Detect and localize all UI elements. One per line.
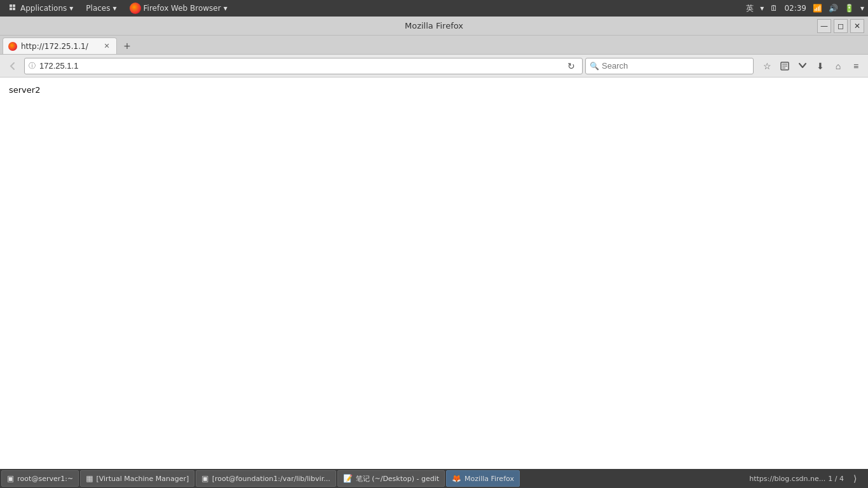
search-icon: 🔍 <box>590 62 599 71</box>
navigation-bar: ⓘ ↻ 🔍 ☆ ⬇ ⌂ <box>0 55 868 78</box>
taskbar: ▣ root@server1:~ ▦ [Virtual Machine Mana… <box>0 469 868 488</box>
restore-button[interactable]: ◻ <box>834 19 848 33</box>
gedit-icon: 📝 <box>343 474 353 483</box>
svg-rect-3 <box>13 8 15 10</box>
system-bar: Applications ▾ Places ▾ Firefox Web Brow… <box>0 0 868 17</box>
foundation-terminal-icon: ▣ <box>201 474 208 483</box>
search-input[interactable] <box>602 61 749 71</box>
svg-rect-2 <box>10 8 12 10</box>
search-bar[interactable]: 🔍 <box>585 58 754 74</box>
active-tab[interactable]: http://172.25.1.1/ ✕ <box>3 37 117 54</box>
tab-title: http://172.25.1.1/ <box>21 42 98 51</box>
places-arrow: ▾ <box>113 4 117 13</box>
taskbar-label-foundation: [root@foundation1:/var/lib/libvir... <box>212 475 330 483</box>
svg-rect-1 <box>13 4 15 7</box>
firefox-taskbar-icon: 🦊 <box>452 474 461 483</box>
taskbar-right: https://blog.csdn.ne... 1 / 4 ⟩ <box>745 470 867 487</box>
calendar-icon: 🗓 <box>770 4 778 13</box>
new-tab-button[interactable]: + <box>119 39 135 54</box>
reader-icon <box>780 61 790 71</box>
info-icon: ⓘ <box>29 61 36 71</box>
svg-rect-0 <box>10 4 12 7</box>
taskbar-item-foundation-terminal[interactable]: ▣ [root@foundation1:/var/lib/libvir... <box>196 470 336 487</box>
close-button[interactable]: ✕ <box>850 19 864 33</box>
pocket-icon <box>797 61 808 71</box>
download-button[interactable]: ⬇ <box>812 58 829 74</box>
lang-indicator[interactable]: 英 <box>746 3 754 14</box>
back-icon <box>8 62 17 71</box>
reload-button[interactable]: ↻ <box>564 59 578 73</box>
applications-arrow: ▾ <box>69 4 73 13</box>
browser-content: server2 <box>0 78 868 469</box>
browser-window: Mozilla Firefox — ◻ ✕ http://172.25.1.1/… <box>0 17 868 469</box>
address-input[interactable] <box>39 61 560 71</box>
tab-close-button[interactable]: ✕ <box>102 42 111 51</box>
reader-button[interactable] <box>776 58 793 74</box>
menu-button[interactable]: ≡ <box>848 58 864 74</box>
firefox-arrow: ▾ <box>224 4 227 13</box>
firefox-menu[interactable]: Firefox Web Browser ▾ <box>125 1 233 15</box>
taskbar-item-gedit[interactable]: 📝 笔记 (~/Desktop) - gedit <box>337 470 445 487</box>
taskbar-label-terminal: root@server1:~ <box>17 475 73 483</box>
places-label: Places <box>86 4 110 13</box>
terminal-icon: ▣ <box>7 474 14 483</box>
power-arrow: ▾ <box>860 4 864 13</box>
toolbar-icons: ☆ ⬇ ⌂ ≡ <box>759 58 864 74</box>
system-bar-left: Applications ▾ Places ▾ Firefox Web Brow… <box>4 1 233 15</box>
home-button[interactable]: ⌂ <box>830 58 846 74</box>
places-menu[interactable]: Places ▾ <box>81 3 121 14</box>
bookmark-button[interactable]: ☆ <box>759 58 775 74</box>
clock: 02:39 <box>784 4 806 13</box>
grid-icon <box>9 4 18 13</box>
battery-icon: 🔋 <box>844 4 854 13</box>
minimize-button[interactable]: — <box>817 19 831 33</box>
tab-favicon <box>8 42 17 51</box>
window-titlebar: Mozilla Firefox — ◻ ✕ <box>0 17 868 36</box>
address-bar[interactable]: ⓘ ↻ <box>24 58 583 74</box>
taskbar-url: https://blog.csdn.ne... <box>749 475 825 483</box>
taskbar-nav-button[interactable]: ⟩ <box>846 470 863 487</box>
lang-arrow: ▾ <box>760 4 764 13</box>
system-bar-right: 英 ▾ 🗓 02:39 📶 🔊 🔋 ▾ <box>746 3 864 14</box>
taskbar-item-virt-manager[interactable]: ▦ [Virtual Machine Manager] <box>80 470 194 487</box>
firefox-icon <box>130 3 141 14</box>
firefox-label: Firefox Web Browser <box>144 4 221 13</box>
taskbar-label-firefox: Mozilla Firefox <box>465 475 514 483</box>
taskbar-item-firefox[interactable]: 🦊 Mozilla Firefox <box>446 470 520 487</box>
tab-bar: http://172.25.1.1/ ✕ + <box>0 36 868 55</box>
taskbar-label-virt-manager: [Virtual Machine Manager] <box>96 475 189 483</box>
page-counter: 1 / 4 <box>828 475 844 483</box>
applications-label: Applications <box>20 4 67 13</box>
virt-manager-icon: ▦ <box>86 474 93 483</box>
volume-icon: 🔊 <box>829 4 838 13</box>
applications-menu[interactable]: Applications ▾ <box>4 3 78 14</box>
page-content-text: server2 <box>9 85 40 95</box>
window-controls: — ◻ ✕ <box>817 19 864 33</box>
wifi-icon: 📶 <box>813 4 822 13</box>
back-button[interactable] <box>4 57 22 75</box>
taskbar-label-gedit: 笔记 (~/Desktop) - gedit <box>356 474 439 484</box>
window-title: Mozilla Firefox <box>405 21 463 30</box>
taskbar-item-terminal[interactable]: ▣ root@server1:~ <box>1 470 79 487</box>
pocket-button[interactable] <box>794 58 811 74</box>
